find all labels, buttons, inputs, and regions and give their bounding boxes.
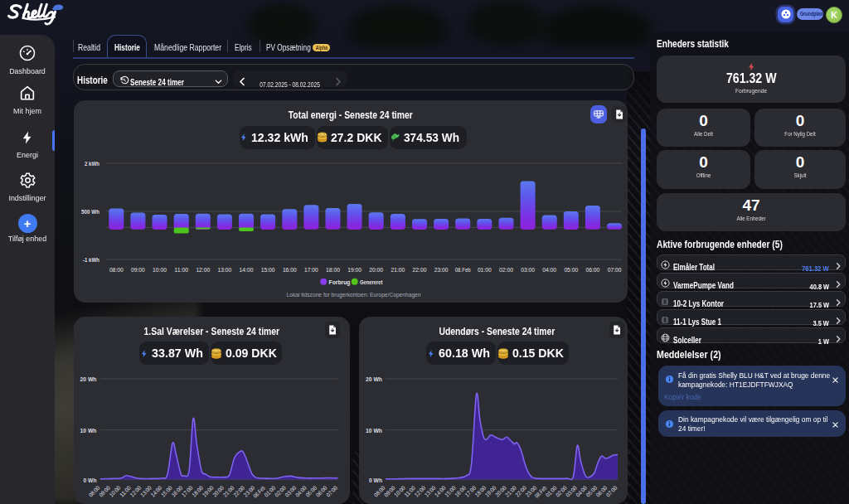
svg-text:18:00: 18:00 (191, 485, 204, 498)
svg-text:07:00: 07:00 (605, 485, 619, 498)
svg-text:-1 kWh: -1 kWh (83, 256, 99, 264)
svg-text:13:00: 13:00 (138, 485, 152, 498)
svg-text:19:00: 19:00 (347, 266, 361, 274)
svg-text:16:00: 16:00 (282, 266, 296, 274)
svg-text:12:00: 12:00 (129, 485, 142, 498)
svg-text:15:00: 15:00 (260, 266, 274, 274)
svg-text:23:00: 23:00 (434, 266, 448, 274)
svg-text:02:00: 02:00 (273, 485, 286, 498)
svg-text:10:00: 10:00 (153, 266, 167, 274)
svg-text:2 kWh: 2 kWh (85, 160, 99, 167)
svg-text:20 Wh: 20 Wh (80, 376, 96, 383)
svg-text:10:00: 10:00 (108, 485, 121, 498)
svg-text:13:00: 13:00 (217, 266, 231, 274)
svg-text:01:00: 01:00 (477, 266, 491, 274)
svg-text:10 Wh: 10 Wh (366, 427, 382, 434)
svg-text:0 Wh: 0 Wh (83, 477, 96, 484)
svg-text:08.Feb: 08.Feb (252, 485, 266, 499)
svg-text:21:00: 21:00 (221, 485, 235, 498)
svg-text:06:00: 06:00 (585, 266, 599, 274)
svg-text:08:00: 08:00 (109, 266, 123, 274)
svg-text:09:00: 09:00 (131, 266, 145, 274)
svg-text:04:00: 04:00 (542, 266, 556, 274)
svg-text:17:00: 17:00 (180, 485, 193, 498)
svg-text:08.Feb: 08.Feb (454, 266, 470, 274)
svg-text:06:00: 06:00 (314, 485, 327, 498)
svg-text:11:00: 11:00 (174, 266, 188, 274)
svg-text:20:00: 20:00 (211, 485, 225, 498)
svg-text:15:00: 15:00 (159, 485, 172, 498)
svg-text:01:00: 01:00 (263, 485, 276, 498)
svg-text:20 Wh: 20 Wh (366, 376, 382, 383)
svg-text:05:00: 05:00 (564, 266, 578, 274)
svg-text:03:00: 03:00 (521, 266, 535, 274)
svg-text:14:00: 14:00 (239, 266, 253, 274)
svg-text:500 Wh: 500 Wh (81, 208, 99, 216)
svg-text:Genereret: Genereret (360, 279, 383, 286)
svg-text:04:00: 04:00 (294, 485, 307, 498)
svg-text:07:00: 07:00 (607, 266, 621, 274)
svg-text:22:00: 22:00 (412, 266, 426, 274)
svg-text:10 Wh: 10 Wh (80, 427, 96, 434)
svg-text:08:00: 08:00 (87, 485, 100, 498)
svg-text:02:00: 02:00 (499, 266, 513, 274)
svg-text:12:00: 12:00 (196, 266, 210, 274)
svg-text:18:00: 18:00 (326, 266, 340, 274)
svg-text:21:00: 21:00 (391, 266, 405, 274)
svg-text:Lokal tidszone for brugerkonto: Lokal tidszone for brugerkontoen: Europe… (286, 291, 420, 298)
svg-text:07:00: 07:00 (325, 485, 338, 498)
svg-text:17:00: 17:00 (304, 266, 318, 274)
svg-text:0 Wh: 0 Wh (369, 477, 382, 484)
svg-text:20:00: 20:00 (369, 266, 383, 274)
svg-text:Forbrug: Forbrug (328, 279, 350, 286)
